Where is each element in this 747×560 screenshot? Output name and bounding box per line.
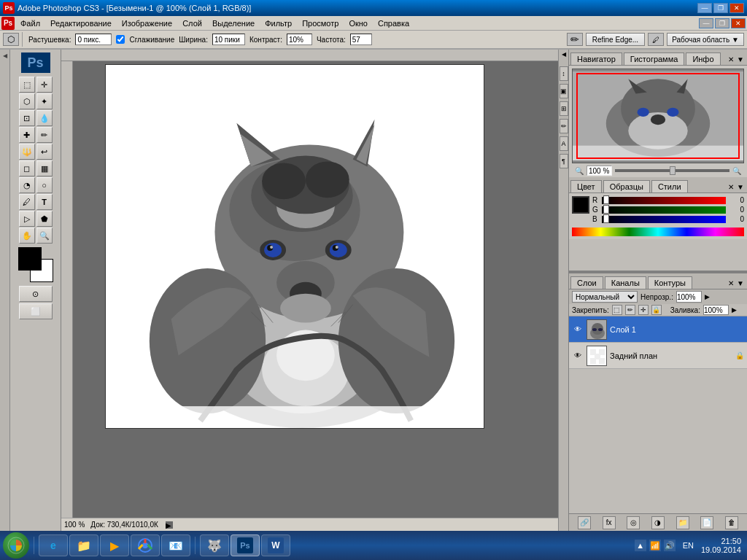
navigator-menu-btn[interactable]: ▼ xyxy=(735,54,746,65)
menu-filter[interactable]: Фильтр xyxy=(260,18,296,29)
zoom-plus-icon[interactable]: 🔍 xyxy=(732,167,741,175)
strip-font-icon[interactable]: A xyxy=(560,136,568,151)
lock-transparent-btn[interactable]: ⬚ xyxy=(612,305,622,315)
collapse-left-btn[interactable]: ◀ xyxy=(1,52,8,59)
lock-all-btn[interactable]: 🔒 xyxy=(651,305,662,315)
marquee-tool[interactable]: ⬚ xyxy=(19,77,35,93)
tab-paths[interactable]: Контуры xyxy=(648,276,692,289)
crop-tool[interactable]: ⊡ xyxy=(19,110,35,126)
layer-style-btn[interactable]: fx xyxy=(603,516,616,529)
menu-image[interactable]: Изображение xyxy=(117,18,177,29)
inner-minimize[interactable]: — xyxy=(699,18,713,28)
close-button[interactable]: ✕ xyxy=(729,3,744,13)
taskbar-image[interactable]: 🐺 xyxy=(200,534,229,556)
clone-tool[interactable]: 🔱 xyxy=(19,144,35,160)
quick-mask-tool[interactable]: ⊙ xyxy=(19,286,53,302)
taskbar-word[interactable]: W xyxy=(261,534,290,556)
lasso-tool[interactable]: ⬡ xyxy=(19,93,35,109)
inner-restore[interactable]: ❐ xyxy=(715,18,729,28)
strip-brush-icon[interactable]: ✏ xyxy=(560,119,568,133)
tab-channels[interactable]: Каналы xyxy=(605,276,646,289)
tab-layers[interactable]: Слои xyxy=(570,276,603,289)
collapse-panels-btn[interactable]: ◀ xyxy=(562,51,566,58)
minimize-button[interactable]: — xyxy=(697,3,712,13)
opacity-input[interactable] xyxy=(676,291,702,303)
hand-tool[interactable]: ✋ xyxy=(19,228,35,244)
menu-select[interactable]: Выделение xyxy=(208,18,259,29)
opacity-arrow[interactable]: ▶ xyxy=(705,293,710,300)
color-menu-btn[interactable]: ▼ xyxy=(735,182,746,192)
healing-tool[interactable]: ✚ xyxy=(19,127,35,143)
frequency-input[interactable] xyxy=(350,34,372,45)
tab-navigator[interactable]: Навигатор xyxy=(570,52,622,65)
brush-tool[interactable]: ✏ xyxy=(36,127,53,143)
taskbar-media[interactable]: ▶ xyxy=(100,534,129,556)
b-slider[interactable] xyxy=(602,216,726,223)
feather-input[interactable] xyxy=(75,34,112,45)
smooth-checkbox[interactable] xyxy=(116,35,125,44)
layer-row-bg[interactable]: 👁 Задний план 🔒 xyxy=(569,343,747,369)
taskbar-mail[interactable]: 📧 xyxy=(161,534,190,556)
screen-mode-tool[interactable]: ⬜ xyxy=(19,303,53,319)
strip-tools-icon[interactable]: ⊞ xyxy=(560,101,568,116)
strip-move-icon[interactable]: ↕ xyxy=(560,66,568,81)
color-close-btn[interactable]: ✕ xyxy=(727,182,735,192)
gradient-tool[interactable]: ▦ xyxy=(36,160,53,176)
layers-close-btn[interactable]: ✕ xyxy=(727,278,735,289)
dodge-tool[interactable]: ○ xyxy=(36,177,53,193)
foreground-swatch[interactable] xyxy=(572,196,589,214)
strip-view-icon[interactable]: ▣ xyxy=(560,84,568,98)
fill-input[interactable] xyxy=(703,305,729,315)
taskbar-photoshop[interactable]: Ps xyxy=(231,534,260,556)
adjustment-layer-btn[interactable]: ◑ xyxy=(651,516,665,529)
doc-arrow[interactable]: ▶ xyxy=(166,521,173,529)
contrast-input[interactable] xyxy=(287,34,312,45)
tab-info[interactable]: Инфо xyxy=(686,52,720,65)
tray-arrow-icon[interactable]: ▲ xyxy=(635,540,646,551)
move-tool[interactable]: ✛ xyxy=(36,77,53,93)
layer-1-visibility[interactable]: 👁 xyxy=(572,324,584,335)
menu-help[interactable]: Справка xyxy=(374,18,414,29)
blend-mode-select[interactable]: Нормальный xyxy=(572,291,638,303)
strip-para-icon[interactable]: ¶ xyxy=(560,154,568,168)
shape-tool[interactable]: ⬟ xyxy=(36,211,53,227)
foreground-color[interactable] xyxy=(18,247,42,271)
g-slider[interactable] xyxy=(602,206,726,214)
lock-move-btn[interactable]: ✛ xyxy=(638,305,649,315)
zoom-slider[interactable] xyxy=(615,169,729,172)
r-slider[interactable] xyxy=(602,197,726,204)
refine-edge-button[interactable]: Refine Edge... xyxy=(586,33,645,46)
layers-menu-btn[interactable]: ▼ xyxy=(735,278,746,289)
blur-tool[interactable]: ◔ xyxy=(19,177,35,193)
workspace-button[interactable]: Рабочая область ▼ xyxy=(667,33,744,46)
eyedropper-tool[interactable]: 💧 xyxy=(36,110,53,126)
magic-wand-tool[interactable]: ✦ xyxy=(36,93,53,109)
eraser-tool[interactable]: ◻ xyxy=(19,160,35,176)
fill-arrow[interactable]: ▶ xyxy=(732,306,737,314)
menu-layer[interactable]: Слой xyxy=(178,18,206,29)
navigator-close-btn[interactable]: ✕ xyxy=(727,54,735,65)
menu-file[interactable]: Файл xyxy=(16,18,44,29)
history-tool[interactable]: ↩ xyxy=(36,144,53,160)
layer-mask-btn[interactable]: ◎ xyxy=(627,516,640,529)
brush-preset-icon[interactable]: ✏ xyxy=(567,33,583,46)
zoom-minus-icon[interactable]: 🔍 xyxy=(575,167,584,175)
layer-bg-visibility[interactable]: 👁 xyxy=(572,350,584,362)
tab-swatches[interactable]: Образцы xyxy=(603,180,650,192)
pen-tool[interactable]: 🖊 xyxy=(19,194,35,210)
taskbar-explorer[interactable]: 📁 xyxy=(69,534,98,556)
menu-view[interactable]: Просмотр xyxy=(298,18,343,29)
new-layer-btn[interactable]: 📄 xyxy=(700,516,713,529)
link-layers-btn[interactable]: 🔗 xyxy=(578,516,591,529)
taskbar-chrome[interactable] xyxy=(131,534,160,556)
layer-row-1[interactable]: 👁 Слой 1 xyxy=(569,316,747,343)
menu-window[interactable]: Окно xyxy=(344,18,372,29)
start-button[interactable] xyxy=(3,532,29,559)
tray-network-icon[interactable]: 📶 xyxy=(649,540,661,551)
language-button[interactable]: EN xyxy=(680,540,697,551)
spectrum-bar[interactable] xyxy=(572,228,744,236)
inner-close[interactable]: ✕ xyxy=(731,18,746,28)
delete-layer-btn[interactable]: 🗑 xyxy=(725,516,738,529)
path-select-tool[interactable]: ▷ xyxy=(19,211,35,227)
new-group-btn[interactable]: 📁 xyxy=(676,516,689,529)
